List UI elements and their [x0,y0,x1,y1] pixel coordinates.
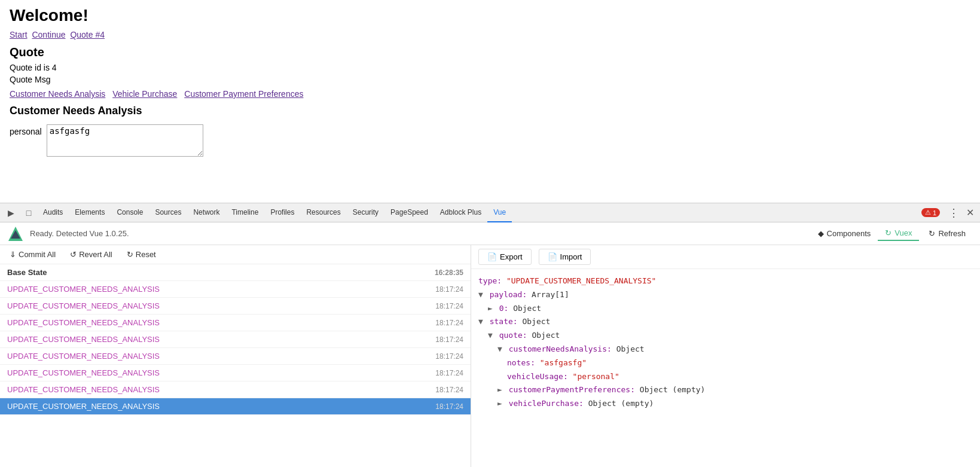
quote-msg: Quote Msg [10,75,970,84]
form-row: personal asfgasfg [10,124,970,157]
breadcrumb-start[interactable]: Start [10,30,28,39]
vehicle-purchase-link[interactable]: Vehicle Purchase [112,89,177,99]
quote-id: Quote id is 4 [10,63,970,72]
page-links: Customer Needs Analysis Vehicle Purchase… [10,89,970,99]
cpp-link[interactable]: Customer Payment Preferences [184,89,303,99]
breadcrumb-quote4[interactable]: Quote #4 [70,30,105,39]
quote-heading: Quote [10,45,970,59]
breadcrumb: Start Continue Quote #4 [10,30,970,39]
main-content: Welcome! Start Continue Quote #4 Quote Q… [0,0,980,167]
breadcrumb-continue[interactable]: Continue [32,30,65,39]
page-title: Welcome! [10,6,970,25]
notes-textarea[interactable]: asfgasfg [47,124,203,157]
form-label: personal [10,124,42,139]
cna-heading: Customer Needs Analysis [10,105,970,117]
cna-link[interactable]: Customer Needs Analysis [10,89,105,99]
